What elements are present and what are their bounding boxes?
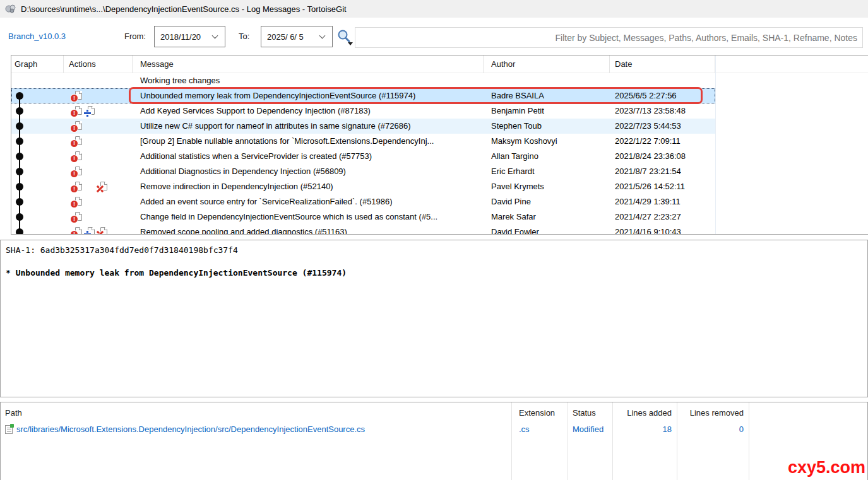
commit-message: Change field in DependencyInjectionEvent… bbox=[133, 209, 484, 225]
tortoisegit-log-window: D:\sources\runtime\s...\DependencyInject… bbox=[0, 0, 868, 480]
commit-message: Added an event source entry for `Service… bbox=[133, 194, 484, 209]
column-divider bbox=[749, 402, 749, 480]
plus-badge bbox=[84, 231, 91, 235]
commit-date: 2021/5/26 14:52:11 bbox=[610, 179, 715, 194]
filter-placeholder: Filter by Subject, Messages, Paths, Auth… bbox=[555, 33, 862, 43]
graph-cell bbox=[11, 134, 64, 149]
column-header-author[interactable]: Author bbox=[484, 56, 610, 73]
log-row[interactable]: ![Group 2] Enable nullable annotations f… bbox=[11, 134, 715, 149]
actions-cell: ! bbox=[64, 103, 133, 119]
commit-message: [Group 2] Enable nullable annotations fo… bbox=[133, 134, 484, 149]
log-row[interactable]: !Additional statistics when a ServicePro… bbox=[11, 149, 715, 164]
file-lines-added: 18 bbox=[612, 421, 672, 438]
commit-author bbox=[484, 73, 610, 88]
modified-icon: ! bbox=[71, 227, 83, 235]
commit-message: Additional statistics when a ServiceProv… bbox=[133, 149, 484, 164]
dropdown-arrow-icon bbox=[348, 42, 353, 45]
cross-badge bbox=[97, 185, 104, 192]
exclamation-badge: ! bbox=[71, 216, 78, 223]
actions-cell: ! bbox=[64, 225, 133, 235]
commit-message: Utilize new C# support for nameof in att… bbox=[133, 119, 484, 134]
modified-icon: ! bbox=[71, 182, 83, 192]
file-list-panel: Path Extension Status Lines added Lines … bbox=[0, 402, 868, 480]
graph-cell bbox=[11, 88, 64, 103]
exclamation-badge: ! bbox=[71, 155, 78, 162]
commit-dot-icon bbox=[16, 213, 23, 221]
search-button[interactable] bbox=[334, 28, 354, 47]
column-header-date[interactable]: Date bbox=[610, 56, 715, 73]
plus-badge bbox=[84, 110, 91, 117]
commit-author: David Pine bbox=[484, 194, 610, 209]
exclamation-badge: ! bbox=[71, 201, 78, 208]
file-column-path[interactable]: Path bbox=[5, 405, 22, 421]
log-row[interactable]: !Change field in DependencyInjectionEven… bbox=[11, 209, 715, 225]
graph-cell bbox=[11, 164, 64, 179]
actions-cell bbox=[64, 73, 133, 88]
from-date-picker[interactable]: 2018/11/20 bbox=[154, 26, 225, 47]
commit-author: Benjamin Petit bbox=[484, 103, 610, 119]
commit-dot-icon bbox=[16, 183, 23, 190]
commit-message: Unbounded memory leak from DependencyInj… bbox=[133, 88, 484, 103]
commit-message-panel[interactable]: SHA-1: 6ad3b325317a304fdd7ed0f7d31840198… bbox=[0, 240, 868, 397]
commit-author: Badre BSAILA bbox=[484, 88, 610, 103]
to-date-picker[interactable]: 2025/ 6/ 5 bbox=[261, 26, 333, 47]
exclamation-badge: ! bbox=[71, 110, 78, 117]
commit-dot-icon bbox=[16, 138, 23, 145]
log-row[interactable]: !Added an event source entry for `Servic… bbox=[11, 194, 715, 209]
column-header-actions[interactable]: Actions bbox=[64, 56, 133, 73]
actions-cell: ! bbox=[64, 119, 133, 134]
commit-dot-icon bbox=[16, 198, 23, 206]
modified-icon: ! bbox=[71, 91, 83, 102]
to-date-value: 2025/ 6/ 5 bbox=[261, 32, 320, 42]
app-icon bbox=[5, 4, 16, 14]
graph-cell bbox=[11, 103, 64, 119]
log-row[interactable]: !Add Keyed Services Support to Dependenc… bbox=[11, 103, 715, 119]
commit-dot-icon bbox=[16, 92, 23, 100]
commit-list-panel: Graph Actions Message Author Date Workin… bbox=[11, 55, 868, 235]
modified-icon: ! bbox=[71, 106, 83, 117]
exclamation-badge: ! bbox=[71, 95, 78, 102]
commit-author: Allan Targino bbox=[484, 149, 610, 164]
file-path-link[interactable]: src/libraries/Microsoft.Extensions.Depen… bbox=[5, 421, 365, 438]
commit-author: Eric Erhardt bbox=[484, 164, 610, 179]
commit-date bbox=[610, 73, 715, 88]
commit-dot-icon bbox=[16, 153, 23, 160]
log-row[interactable]: !Utilize new C# support for nameof in at… bbox=[11, 119, 715, 134]
exclamation-badge: ! bbox=[71, 231, 78, 235]
filter-input[interactable]: Filter by Subject, Messages, Paths, Auth… bbox=[355, 27, 863, 48]
commit-sha: SHA-1: 6ad3b325317a304fdd7ed0f7d31840198… bbox=[6, 245, 238, 255]
file-column-lines-added[interactable]: Lines added bbox=[612, 405, 672, 421]
graph-cell bbox=[11, 73, 64, 88]
log-row[interactable]: Working tree changes bbox=[11, 73, 715, 88]
file-column-status[interactable]: Status bbox=[573, 405, 596, 421]
modified-icon: ! bbox=[71, 121, 83, 132]
commit-date: 2022/1/22 7:09:11 bbox=[610, 134, 715, 149]
graph-cell bbox=[11, 179, 64, 194]
branch-link[interactable]: Branch_v10.0.3 bbox=[8, 32, 66, 41]
exclamation-badge: ! bbox=[71, 125, 78, 132]
log-row[interactable]: !Unbounded memory leak from DependencyIn… bbox=[11, 88, 715, 103]
file-column-extension[interactable]: Extension bbox=[519, 405, 555, 421]
added-icon bbox=[83, 227, 95, 235]
commit-date: 2021/4/27 2:23:27 bbox=[610, 209, 715, 225]
commit-date: 2021/8/7 23:21:54 bbox=[610, 164, 715, 179]
file-column-lines-removed[interactable]: Lines removed bbox=[677, 405, 744, 421]
log-row[interactable]: !Additional Diagnostics in Dependency In… bbox=[11, 164, 715, 179]
commit-dot-icon bbox=[16, 228, 23, 235]
commit-dot-icon bbox=[16, 122, 23, 130]
log-row[interactable]: !Remove indirection in DependencyInjecti… bbox=[11, 179, 715, 194]
title-bar: D:\sources\runtime\s...\DependencyInject… bbox=[0, 0, 868, 18]
exclamation-badge: ! bbox=[71, 140, 78, 147]
modified-icon: ! bbox=[71, 197, 83, 208]
log-row[interactable]: !Removed scope pooling and added diagnos… bbox=[11, 225, 715, 235]
cross-badge bbox=[97, 231, 104, 235]
graph-cell bbox=[11, 209, 64, 225]
commit-date: 2025/6/5 2:27:56 bbox=[610, 88, 715, 103]
exclamation-badge: ! bbox=[71, 170, 78, 177]
column-header-message[interactable]: Message bbox=[133, 56, 484, 73]
commit-date: 2021/4/29 1:39:11 bbox=[610, 194, 715, 209]
exclamation-badge: ! bbox=[71, 185, 78, 192]
graph-cell bbox=[11, 225, 64, 235]
commit-author: David Fowler bbox=[484, 225, 610, 235]
column-header-graph[interactable]: Graph bbox=[11, 56, 64, 73]
